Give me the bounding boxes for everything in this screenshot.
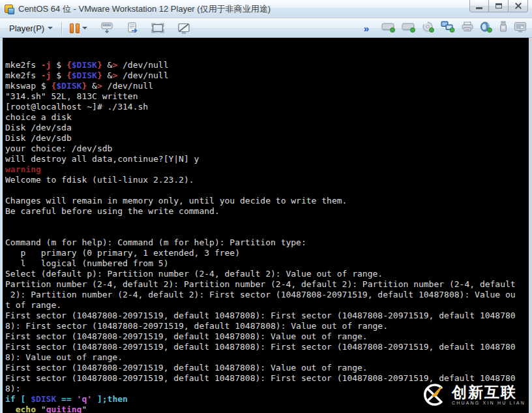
hard-disk-icon [381, 22, 396, 33]
vm-window-icon [4, 4, 14, 14]
network-adapter-icon [441, 21, 455, 33]
toolbar-separator [61, 22, 62, 34]
toolbar: Player(P) [0, 18, 532, 38]
display-icon [514, 22, 527, 33]
minimize-button[interactable] [469, 0, 489, 12]
window-title: CentOS 64 位 - VMware Workstation 12 Play… [18, 3, 271, 15]
cx-logo-icon [421, 382, 447, 408]
fullscreen-icon [151, 23, 164, 33]
send-input-icon [126, 22, 138, 34]
terminal-line [5, 185, 529, 196]
maximize-button[interactable] [489, 0, 509, 12]
terminal-line: Select (default p): Partition number (2-… [5, 269, 529, 279]
terminal-line: First sector (10487808-20971519, default… [5, 331, 529, 342]
network-adapter-status[interactable] [441, 21, 455, 35]
pause-icon [70, 23, 80, 33]
terminal-line: Disk /dev/sda [5, 123, 529, 133]
close-button[interactable] [509, 0, 528, 12]
terminal-line: 8): Value out of range. [5, 352, 529, 363]
watermark-brand-pinyin: CHUANG XIN HU LIAN [452, 401, 525, 405]
terminal-line: First sector (10487808-20971519, default… [5, 363, 529, 373]
terminal-line: choice a disk [5, 112, 529, 123]
player-menu-button[interactable]: Player(P) [5, 22, 57, 35]
cd-dvd-icon [422, 22, 435, 33]
terminal-line: t of range. [5, 300, 529, 311]
terminal-line: will destroy all data,continue?[Y|N] y [5, 154, 529, 164]
hard-disk-2-status[interactable] [402, 22, 416, 35]
terminal-line: 8): First sector (10487808-20971519, def… [5, 321, 529, 331]
printer-status[interactable] [461, 22, 474, 35]
vmware-player-window: CentOS 64 位 - VMware Workstation 12 Play… [0, 0, 532, 413]
printer-icon [461, 22, 474, 32]
window-controls [469, 0, 528, 12]
sound-status[interactable] [480, 22, 493, 35]
watermark-text: 创新互联 CHUANG XIN HU LIAN [452, 384, 525, 405]
fullscreen-button[interactable] [148, 20, 168, 36]
display-status[interactable] [514, 22, 527, 35]
terminal-line: First sector (10487808-20971519, default… [5, 342, 529, 352]
terminal-line: Disk /dev/sdb [5, 133, 529, 144]
terminal-line: "314.sh" 52L, 813C written [5, 91, 529, 102]
terminal-line: l logical (numbered from 5) [5, 258, 529, 269]
suspend-button[interactable] [66, 20, 91, 36]
terminal-line: Command (m for help): Command (m for hel… [5, 237, 529, 248]
send-ctrl-alt-del-button[interactable] [97, 20, 117, 36]
terminal-line: 2): Partition number (2-4, default 2): F… [5, 290, 529, 300]
usb-device-status[interactable] [499, 21, 508, 35]
terminal-line: your choice: /dev/sdb [5, 144, 529, 154]
guest-console[interactable]: mke2fs -j $ {$DISK} &> /dev/nullmke2fs -… [0, 38, 532, 413]
terminal-line: p primary (0 primary, 1 extended, 3 free… [5, 248, 529, 258]
unity-mode-button[interactable] [174, 20, 194, 36]
ctrl-alt-del-icon [100, 22, 113, 34]
watermark-brand: 创新互联 [452, 384, 517, 400]
terminal-line: mke2fs -j $ {$DISK} &> /dev/null [5, 70, 529, 81]
watermark: 创新互联 CHUANG XIN HU LIAN [421, 382, 525, 408]
minimize-icon [476, 7, 482, 9]
hard-disk-1-status[interactable] [381, 22, 396, 35]
terminal-line: warning [5, 164, 529, 175]
hard-disk-icon [402, 22, 416, 33]
toolbar-overflow-chevron[interactable]: » [364, 23, 369, 34]
terminal-line: First sector (10487808-20971519, default… [5, 311, 529, 321]
maximize-icon [495, 3, 502, 8]
chevron-down-icon [82, 27, 87, 29]
close-icon [514, 3, 522, 9]
terminal-line [5, 227, 529, 237]
unity-icon [177, 23, 190, 34]
terminal-output: mke2fs -j $ {$DISK} &> /dev/nullmke2fs -… [5, 60, 529, 413]
chevron-down-icon [48, 27, 53, 29]
terminal-line [5, 217, 529, 227]
player-menu-label: Player(P) [9, 23, 44, 33]
terminal-line: Partition number (2-4, default 2): Parti… [5, 279, 529, 290]
sound-icon [480, 22, 493, 33]
terminal-line: [root@localhost ~]# ./314.sh [5, 102, 529, 112]
title-bar[interactable]: CentOS 64 位 - VMware Workstation 12 Play… [0, 0, 532, 18]
terminal-line: Changes will remain in memory only, unti… [5, 196, 529, 206]
terminal-line: Be careful before using the write comman… [5, 206, 529, 217]
terminal-line: mke2fs -j $ {$DISK} &> /dev/null [5, 60, 529, 70]
usb-device-icon [499, 21, 508, 33]
terminal-line: Welcome to fdisk (util-linux 2.23.2). [5, 175, 529, 185]
grab-input-button[interactable] [123, 20, 141, 36]
terminal-line: mkswap $ {$DISK} &> /dev/null [5, 81, 529, 91]
cd-dvd-status[interactable] [422, 22, 435, 35]
